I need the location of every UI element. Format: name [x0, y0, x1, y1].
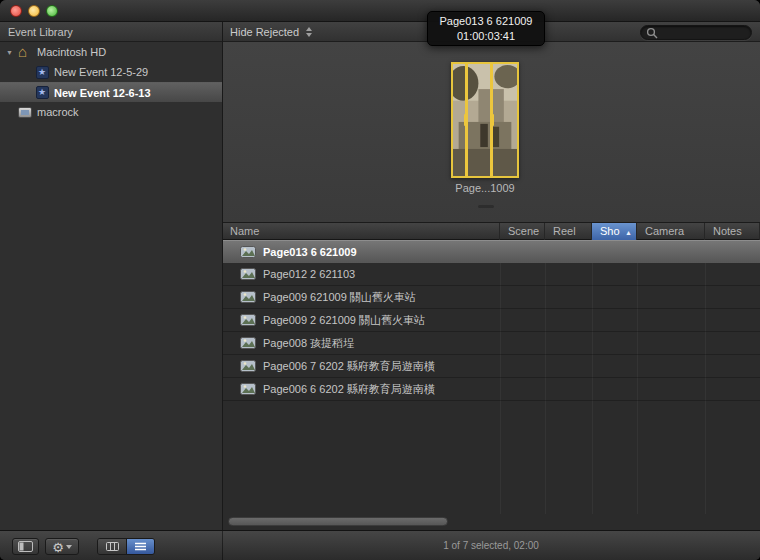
- clip-list-row[interactable]: Page009 621009 關山舊火車站: [222, 286, 760, 309]
- column-header-label: Name: [230, 225, 259, 237]
- clip-name: Page008 孩提稻埕: [263, 336, 354, 351]
- popup-stepper-icon: [306, 27, 312, 37]
- clip-list-row[interactable]: Page008 孩提稻埕: [222, 332, 760, 355]
- chevron-down-icon: [66, 545, 72, 549]
- app-window: Event Library Hide Rejected Macintosh HD…: [0, 0, 760, 560]
- sidebar-item[interactable]: New Event 12-5-29: [0, 62, 222, 82]
- panel-divider[interactable]: [222, 22, 223, 530]
- clip-name: Page012 2 621103: [263, 268, 355, 280]
- filter-popup-label: Hide Rejected: [230, 26, 299, 38]
- list-body: Page013 6 621009 Page012 2 621103 Page00…: [222, 240, 760, 530]
- clip-photo-icon: [240, 383, 256, 395]
- column-header[interactable]: Camera: [637, 223, 705, 241]
- pane-splitter-handle[interactable]: [478, 205, 494, 208]
- column-header-label: Scene: [508, 225, 539, 237]
- clip-photo-icon: [240, 268, 256, 280]
- action-menu-button[interactable]: [45, 538, 79, 555]
- sidebar-item-label: Macintosh HD: [37, 46, 106, 58]
- range-end-handle[interactable]: [490, 114, 494, 126]
- clip-name: Page009 621009 關山舊火車站: [263, 290, 416, 305]
- star-icon: [36, 86, 49, 99]
- sidebar-header: Event Library: [0, 22, 222, 42]
- search-input[interactable]: [658, 27, 746, 39]
- sidebar-toggle-button[interactable]: [12, 538, 39, 555]
- skimmer-tooltip: Page013 6 621009 01:00:03:41: [427, 11, 545, 46]
- clip-photo-icon: [240, 360, 256, 372]
- clip-photo-icon: [240, 246, 256, 258]
- clip-list-row[interactable]: Page013 6 621009: [222, 240, 760, 263]
- filmstrip-view-button[interactable]: [98, 539, 126, 554]
- range-selection[interactable]: [465, 64, 493, 176]
- column-header[interactable]: Sho: [592, 223, 637, 241]
- column-header[interactable]: Reel: [545, 223, 592, 241]
- sidebar-panel-icon: [18, 541, 33, 552]
- clip-list-row[interactable]: Page009 2 621009 關山舊火車站: [222, 309, 760, 332]
- column-header-label: Sho: [600, 225, 620, 237]
- clip-name: Page006 7 6202 縣府教育局遊南橫: [263, 359, 435, 374]
- sidebar-tree: Macintosh HD New Event 12-5-29 New Event…: [0, 42, 222, 122]
- search-field[interactable]: [640, 25, 752, 40]
- clip-photo-icon: [240, 291, 256, 303]
- sidebar-item-label: New Event 12-5-29: [54, 66, 148, 78]
- star-icon: [36, 66, 49, 79]
- titlebar[interactable]: [0, 0, 760, 22]
- column-header[interactable]: Name: [222, 223, 500, 241]
- computer-icon: [18, 107, 32, 118]
- tooltip-clip-name: Page013 6 621009: [428, 14, 544, 29]
- minimize-button[interactable]: [28, 5, 40, 17]
- search-icon: [646, 27, 658, 39]
- sidebar-item[interactable]: Macintosh HD: [0, 42, 222, 62]
- filter-popup-menu[interactable]: Hide Rejected: [230, 22, 312, 42]
- sidebar-item[interactable]: New Event 12-6-13: [0, 82, 222, 102]
- filmstrip-view-icon: [106, 542, 119, 551]
- range-start-handle[interactable]: [464, 114, 468, 126]
- clip-list-row[interactable]: Page006 6 6202 縣府教育局遊南橫: [222, 378, 760, 401]
- clip-name: Page013 6 621009: [263, 246, 357, 258]
- clip-photo-icon: [240, 337, 256, 349]
- sort-ascending-icon: [625, 224, 632, 241]
- tooltip-timecode: 01:00:03:41: [428, 29, 544, 44]
- home-icon: [18, 46, 32, 59]
- clip-list-row[interactable]: Page012 2 621103: [222, 263, 760, 286]
- clip-label: Page...1009: [420, 182, 550, 194]
- filmstrip-pane: Page...1009: [222, 42, 760, 222]
- sidebar: Macintosh HD New Event 12-5-29 New Event…: [0, 42, 222, 530]
- column-header[interactable]: Notes: [705, 223, 760, 241]
- column-header[interactable]: Scene: [500, 223, 545, 241]
- list-view-button[interactable]: [126, 539, 154, 554]
- list-header: Name Scene Reel Sho Camera Notes: [222, 222, 760, 240]
- list-view-icon: [134, 542, 147, 551]
- bottom-toolbar: 1 of 7 selected, 02:00: [0, 530, 760, 560]
- list-rows: Page013 6 621009 Page012 2 621103 Page00…: [222, 240, 760, 401]
- selection-status-text: 1 of 7 selected, 02:00: [222, 531, 760, 560]
- clip-thumbnail[interactable]: [451, 62, 519, 178]
- sidebar-item[interactable]: macrock: [0, 102, 222, 122]
- clip-photo-icon: [240, 314, 256, 326]
- close-button[interactable]: [10, 5, 22, 17]
- column-header-label: Reel: [553, 225, 576, 237]
- clip-name: Page009 2 621009 關山舊火車站: [263, 313, 425, 328]
- column-header-label: Notes: [713, 225, 742, 237]
- gear-icon: [52, 538, 64, 556]
- horizontal-scrollbar-thumb[interactable]: [228, 517, 448, 526]
- sidebar-item-label: New Event 12-6-13: [54, 87, 151, 99]
- clip-list-row[interactable]: Page006 7 6202 縣府教育局遊南橫: [222, 355, 760, 378]
- disclosure-triangle-icon[interactable]: [6, 49, 18, 56]
- sidebar-item-label: macrock: [37, 106, 79, 118]
- clip-name: Page006 6 6202 縣府教育局遊南橫: [263, 382, 435, 397]
- sidebar-header-label: Event Library: [8, 26, 73, 38]
- view-switcher: [97, 538, 155, 555]
- zoom-button[interactable]: [46, 5, 58, 17]
- column-header-label: Camera: [645, 225, 684, 237]
